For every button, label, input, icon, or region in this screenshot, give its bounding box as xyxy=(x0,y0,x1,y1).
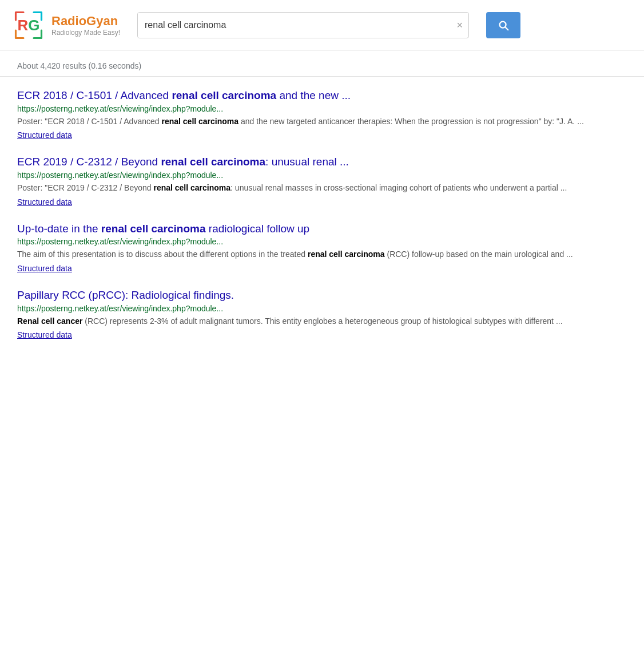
header: RG RadioGyan Radiology Made Easy! × xyxy=(0,0,644,51)
result-title[interactable]: ECR 2018 / C-1501 / Advanced renal cell … xyxy=(17,88,627,103)
result-url: https://posterng.netkey.at/esr/viewing/i… xyxy=(17,304,627,313)
result-url: https://posterng.netkey.at/esr/viewing/i… xyxy=(17,171,627,180)
result-url: https://posterng.netkey.at/esr/viewing/i… xyxy=(17,237,627,246)
result-title[interactable]: Papillary RCC (pRCC): Radiological findi… xyxy=(17,288,627,303)
result-item: ECR 2019 / C-2312 / Beyond renal cell ca… xyxy=(17,155,627,206)
result-item: ECR 2018 / C-1501 / Advanced renal cell … xyxy=(17,88,627,140)
result-snippet: Poster: "ECR 2018 / C-1501 / Advanced re… xyxy=(17,116,627,128)
result-snippet: Poster: "ECR 2019 / C-2312 / Beyond rena… xyxy=(17,182,627,195)
results-list: ECR 2018 / C-1501 / Advanced renal cell … xyxy=(0,88,644,339)
search-input[interactable] xyxy=(138,13,451,38)
result-item: Papillary RCC (pRCC): Radiological findi… xyxy=(17,288,627,339)
logo-text-area: RadioGyan Radiology Made Easy! xyxy=(51,14,120,37)
logo-tagline: Radiology Made Easy! xyxy=(51,29,120,37)
results-info: About 4,420 results (0.16 seconds) xyxy=(0,51,644,77)
result-item: Up-to-date in the renal cell carcinoma r… xyxy=(17,221,627,273)
result-title[interactable]: ECR 2019 / C-2312 / Beyond renal cell ca… xyxy=(17,155,627,169)
logo-area: RG RadioGyan Radiology Made Easy! xyxy=(11,8,126,42)
result-snippet: Renal cell cancer (RCC) represents 2-3% … xyxy=(17,315,627,328)
structured-data-link[interactable]: Structured data xyxy=(17,197,72,207)
structured-data-link[interactable]: Structured data xyxy=(17,330,72,339)
clear-button[interactable]: × xyxy=(451,13,468,38)
result-url: https://posterng.netkey.at/esr/viewing/i… xyxy=(17,104,627,113)
results-count: About 4,420 results (0.16 seconds) xyxy=(17,61,141,70)
logo-box: RG xyxy=(11,8,46,42)
logo-name: RadioGyan xyxy=(51,14,120,29)
result-snippet: The aim of this presentation is to discu… xyxy=(17,248,627,261)
result-title[interactable]: Up-to-date in the renal cell carcinoma r… xyxy=(17,221,627,236)
search-bar: × xyxy=(137,12,469,38)
search-icon xyxy=(497,19,510,31)
structured-data-link[interactable]: Structured data xyxy=(17,130,72,140)
structured-data-link[interactable]: Structured data xyxy=(17,264,72,273)
search-button[interactable] xyxy=(486,12,520,38)
